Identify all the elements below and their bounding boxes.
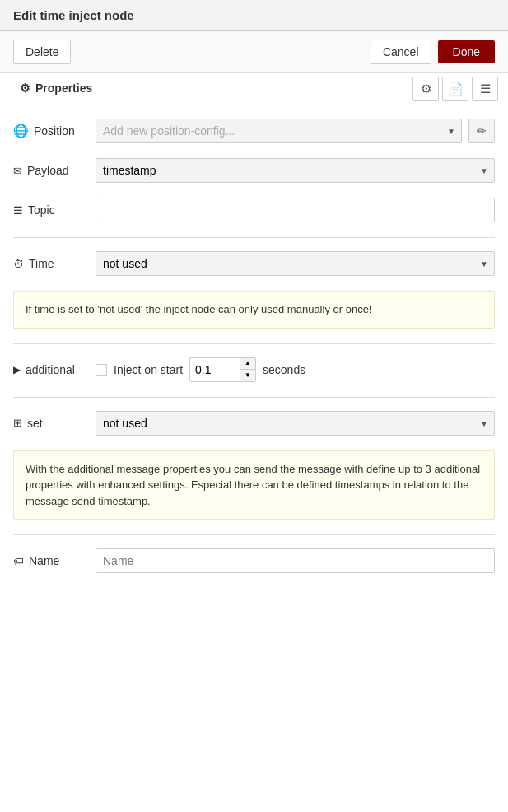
doc-tab-icon[interactable]: 📄 [442,77,468,101]
position-controls: Add new position-config... ▼ ✏ [96,119,495,143]
globe-icon: 🌐 [13,124,29,138]
topic-label: ☰ Topic [13,203,96,217]
time-label: ⏱ Time [13,257,96,270]
tabs-bar: ⚙ Properties ⚙ 📄 ☰ [0,73,508,105]
time-info-box: If time is set to 'not used' the inject … [13,291,495,329]
inject-on-start-checkbox[interactable] [96,364,107,376]
set-label-text: set [27,417,43,430]
spinner-down-button[interactable]: ▼ [240,370,255,381]
plus-icon: ⊞ [13,417,22,429]
delete-button[interactable]: Delete [13,40,71,64]
tag-icon: 🏷 [13,555,24,567]
set-label: ⊞ set [13,417,96,430]
additional-label-text: additional [26,363,75,376]
set-select[interactable]: not used [96,411,495,436]
position-edit-button[interactable]: ✏ [468,119,495,143]
spinner-up-button[interactable]: ▲ [240,358,255,370]
seconds-input-wrapper: ▲ ▼ [189,357,256,382]
time-row: ⏱ Time not used ▼ [13,251,495,276]
time-info-text: If time is set to 'not used' the inject … [26,303,371,315]
tab-label: Properties [35,82,92,95]
topic-label-text: Topic [28,203,55,217]
position-row: 🌐 Position Add new position-config... ▼ … [13,119,495,143]
divider-3 [13,397,495,398]
position-dropdown-wrapper: Add new position-config... ▼ [96,119,462,143]
name-label: 🏷 Name [13,554,96,567]
time-select[interactable]: not used [96,251,495,276]
tab-icons: ⚙ 📄 ☰ [412,77,501,101]
position-label-text: Position [34,124,75,138]
clock-icon: ⏱ [13,258,24,270]
name-label-text: Name [29,554,59,567]
payload-dropdown-wrapper: timestamp ▼ [96,158,495,183]
seconds-label: seconds [263,363,305,376]
name-input[interactable] [96,548,495,573]
topic-row: ☰ Topic [13,198,495,222]
inject-on-start-label: Inject on start [114,363,183,376]
set-dropdown-wrapper: not used ▼ [96,411,495,436]
envelope-icon: ✉ [13,165,22,177]
toolbar: Delete Cancel Done [0,31,508,73]
form-area: 🌐 Position Add new position-config... ▼ … [0,105,508,535]
list-tab-icon[interactable]: ☰ [472,77,498,101]
time-dropdown-wrapper: not used ▼ [96,251,495,276]
additional-controls: Inject on start ▲ ▼ seconds [96,357,495,382]
play-icon: ▶ [13,364,21,376]
spinner-buttons: ▲ ▼ [240,358,255,381]
set-row: ⊞ set not used ▼ [13,411,495,436]
payload-row: ✉ Payload timestamp ▼ [13,158,495,183]
position-select[interactable]: Add new position-config... [96,119,462,143]
seconds-input[interactable] [190,360,240,380]
right-buttons: Cancel Done [371,40,495,64]
settings-tab-icon[interactable]: ⚙ [412,77,439,101]
additional-label: ▶ additional [13,363,96,376]
cancel-button[interactable]: Cancel [371,40,431,64]
set-info-box: With the additional message properties y… [13,450,495,520]
time-label-text: Time [29,257,54,270]
page-title: Edit time inject node [13,8,134,22]
position-label: 🌐 Position [13,124,96,138]
list-icon: ☰ [13,204,23,217]
topic-input[interactable] [96,198,495,222]
done-button[interactable]: Done [438,40,495,63]
divider-4 [13,534,495,535]
payload-select[interactable]: timestamp [96,158,495,183]
tab-properties[interactable]: ⚙ Properties [7,73,105,105]
payload-label: ✉ Payload [13,164,96,177]
name-row: 🏷 Name [0,548,508,573]
divider-1 [13,237,495,238]
divider-2 [13,343,495,344]
additional-row: ▶ additional Inject on start ▲ ▼ seconds [13,357,495,382]
topic-input-wrapper [96,198,495,222]
set-info-text: With the additional message properties y… [26,463,480,507]
title-bar: Edit time inject node [0,0,508,31]
payload-label-text: Payload [27,164,69,177]
gear-icon: ⚙ [20,82,30,95]
